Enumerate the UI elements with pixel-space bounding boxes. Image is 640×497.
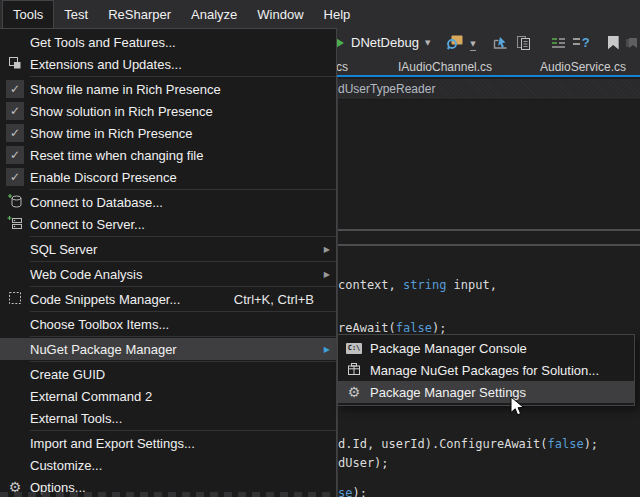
format-indent-icon[interactable] [547,31,570,55]
menu-separator [30,236,336,237]
menu-separator [30,189,336,190]
code-line[interactable]: d.Id, userId).ConfigureAwait(false); [338,437,598,451]
find-in-files-icon[interactable] [442,31,467,55]
code-line[interactable]: context, string input, [338,278,497,292]
submenu-arrow-icon: ▶ [318,345,330,354]
menu-item-show-time[interactable]: ✓ Show time in Rich Presence [0,122,336,144]
menu-item-reset-time[interactable]: ✓ Reset time when changing file [0,144,336,166]
navigate-pointer-icon[interactable] [489,31,512,55]
tab-document-partial[interactable]: cs [336,60,348,74]
breadcrumb[interactable]: dUserTypeReader [338,82,435,96]
menu-separator [30,261,336,262]
submenu-item-manage-nuget-packages[interactable]: Manage NuGet Packages for Solution... [338,359,634,381]
menubar-item-tools[interactable]: Tools [2,0,54,28]
mouse-cursor [510,396,525,421]
submenu-arrow-icon: ▶ [318,270,330,279]
submenu-item-package-manager-console[interactable]: C:\ Package Manager Console [338,337,634,359]
menu-item-create-guid[interactable]: Create GUID [0,363,336,385]
toggle-help-icon[interactable]: ? [570,31,593,55]
menubar-item-test[interactable]: Test [54,0,98,28]
menu-item-code-snippets-manager[interactable]: Code Snippets Manager... Ctrl+K, Ctrl+B [0,288,336,310]
menu-item-show-solution[interactable]: ✓ Show solution in Rich Presence [0,100,336,122]
check-icon: ✓ [6,102,24,120]
database-icon [7,193,23,212]
menu-item-choose-toolbox-items[interactable]: Choose Toolbox Items... [0,313,336,335]
menu-separator [30,286,336,287]
code-line[interactable]: dUser); [338,456,389,470]
menu-item-web-code-analysis[interactable]: Web Code Analysis ▶ [0,263,336,285]
menu-item-enable-discord-presence[interactable]: ✓ Enable Discord Presence [0,166,336,188]
menu-item-external-tools[interactable]: External Tools... [0,407,336,429]
submenu-item-package-manager-settings[interactable]: ⚙ Package Manager Settings [338,381,634,403]
menu-item-nuget-package-manager[interactable]: NuGet Package Manager ▶ [0,338,336,360]
menu-item-external-command-2[interactable]: External Command 2 [0,385,336,407]
menu-separator [30,336,336,337]
menu-item-import-export-settings[interactable]: Import and Export Settings... [0,432,336,454]
tools-menu: Get Tools and Features... Extensions and… [0,28,337,497]
collapsed-region-line [338,229,640,231]
find-dropdown-caret-icon[interactable]: ▼ [470,34,475,51]
nuget-package-manager-submenu: C:\ Package Manager Console Manage NuGet… [337,334,635,406]
console-icon: C:\ [346,343,362,354]
menu-item-show-file-name[interactable]: ✓ Show file name in Rich Presence [0,78,336,100]
code-line[interactable]: se); [338,486,367,497]
run-config-caret-icon[interactable]: ▼ [425,39,430,47]
package-icon [347,362,361,379]
copy-lines-icon[interactable] [512,31,535,55]
menu-separator [30,430,336,431]
menubar-item-window[interactable]: Window [247,0,313,28]
menubar-item-analyze[interactable]: Analyze [181,0,247,28]
menubar-item-resharper[interactable]: ReSharper [98,0,181,28]
snippets-icon [8,291,22,308]
menu-bottom-edge [0,492,337,497]
code-line[interactable]: reAwait(false); [338,321,446,335]
run-configuration-label[interactable]: DNetDebug [351,35,419,50]
disabled-extra-icon [622,31,640,55]
collapsed-region-line [338,244,640,246]
check-icon: ✓ [6,168,24,186]
menu-item-connect-to-database[interactable]: Connect to Database... [0,191,336,213]
menu-item-connect-to-server[interactable]: Connect to Server... [0,213,336,235]
menu-item-sql-server[interactable]: SQL Server ▶ [0,238,336,260]
vs-window: Tools Test ReSharper Analyze Window Help… [0,0,640,497]
server-icon [7,215,23,234]
menu-separator [30,361,336,362]
menu-item-get-tools-and-features[interactable]: Get Tools and Features... [0,31,336,53]
menu-bar: Tools Test ReSharper Analyze Window Help [0,0,640,28]
bookmark-icon[interactable] [605,31,622,55]
shortcut-label: Ctrl+K, Ctrl+B [234,292,314,307]
submenu-arrow-icon: ▶ [318,245,330,254]
check-icon: ✓ [6,80,24,98]
extensions-icon [8,56,22,73]
menu-separator [30,76,336,77]
menubar-item-help[interactable]: Help [314,0,361,28]
check-icon: ✓ [6,146,24,164]
check-icon: ✓ [6,124,24,142]
menu-item-extensions-and-updates[interactable]: Extensions and Updates... [0,53,336,75]
gear-icon: ⚙ [348,385,361,399]
tab-iaudiochannel[interactable]: IAudioChannel.cs [398,60,492,74]
tab-audioservice[interactable]: AudioService.cs [540,60,626,74]
menu-separator [30,311,336,312]
menu-item-customize[interactable]: Customize... [0,454,336,476]
